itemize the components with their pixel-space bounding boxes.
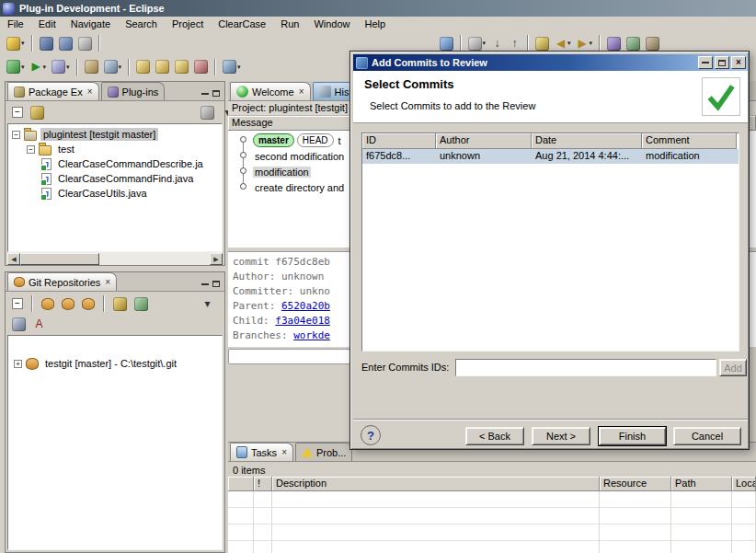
minimize-button[interactable] (698, 56, 713, 69)
maximize-view-icon[interactable] (212, 90, 220, 97)
finish-button[interactable]: Finish (599, 427, 666, 445)
minimize-view-icon[interactable] (201, 283, 209, 285)
collapse-expander-icon[interactable]: − (12, 131, 20, 139)
tasks-column-1[interactable]: ! (254, 477, 272, 491)
java-search-button[interactable]: ▾ (220, 57, 244, 77)
maximize-view-icon[interactable] (212, 281, 220, 287)
detail-link[interactable]: f3a04e018 (275, 315, 330, 327)
dialog-column-id[interactable]: ID (362, 133, 436, 149)
open-type-button[interactable]: ▾ (101, 57, 125, 77)
hierarchy-layout-button[interactable] (9, 314, 29, 334)
dialog-column-author[interactable]: Author (436, 133, 532, 149)
expand-expander-icon[interactable]: + (14, 360, 22, 368)
tree-item-folder[interactable]: − test (10, 142, 220, 156)
tasks-cell (732, 524, 756, 540)
tasks-column-0[interactable] (228, 477, 254, 491)
menu-search[interactable]: Search (118, 17, 165, 31)
tasks-column-2[interactable]: Description (272, 477, 600, 491)
dialog-commit-row[interactable]: f675dc8...unknownAug 21, 2014 4:44:...mo… (362, 149, 739, 164)
back-button[interactable]: < Back (465, 427, 524, 445)
print-button[interactable] (75, 33, 95, 53)
link-with-editor-button[interactable] (28, 102, 47, 122)
menu-run[interactable]: Run (273, 17, 306, 31)
tab-plugins[interactable]: Plug-ins (101, 82, 166, 100)
view-buttons (201, 281, 224, 291)
collapse-expander-icon[interactable]: − (27, 145, 35, 154)
tab-git-repositories[interactable]: Git Repositories × (7, 272, 117, 291)
new-java-project-button[interactable] (82, 57, 101, 77)
tab-problems[interactable]: Prob... (295, 443, 352, 461)
tree-item-project[interactable]: − plugintest [testgit master] (10, 127, 220, 142)
tab-welcome[interactable]: Welcome × (230, 82, 311, 100)
add-button[interactable]: Add (719, 359, 747, 376)
tasks-column-5[interactable]: Location (732, 477, 756, 491)
view-menu-button[interactable]: ▾ (199, 294, 216, 314)
clearcase-update-button[interactable] (172, 57, 191, 77)
clearcase-find-button[interactable] (191, 57, 211, 77)
scrollbar-thumb[interactable] (20, 253, 99, 265)
close-button[interactable]: × (731, 56, 746, 69)
commits-table[interactable]: IDAuthorDateComment f675dc8...unknownAug… (361, 132, 739, 351)
clearcase-checkout-icon (136, 60, 150, 74)
save-all-button[interactable] (56, 33, 75, 53)
filters-button[interactable] (198, 102, 217, 122)
minimized-section-strip[interactable] (228, 349, 350, 364)
tasks-column-3[interactable]: Resource (600, 477, 671, 491)
close-icon[interactable]: × (299, 87, 304, 97)
branch-sort-button[interactable]: A (30, 314, 48, 334)
add-repository-button[interactable] (39, 294, 57, 314)
collapse-all-button[interactable]: − (9, 294, 26, 314)
new-wizard-button[interactable]: ▾ (4, 33, 28, 53)
clearcase-checkin-button[interactable] (153, 57, 172, 77)
external-tools-button[interactable]: ▾ (49, 57, 73, 77)
menu-window[interactable]: Window (306, 17, 357, 31)
debug-button[interactable]: ▾ (4, 57, 28, 77)
tree-item-file[interactable]: JClearCaseCommandFind.java (10, 171, 220, 186)
detail-link[interactable]: 6520a20b (281, 300, 330, 312)
clearcase-checkout-button[interactable] (133, 57, 153, 77)
refresh-button[interactable] (132, 294, 151, 314)
menu-clearcase[interactable]: ClearCase (211, 17, 273, 31)
scroll-right-icon[interactable]: ▶ (210, 253, 223, 265)
help-button[interactable]: ? (361, 425, 381, 445)
create-repository-button[interactable] (79, 294, 97, 314)
menu-help[interactable]: Help (358, 17, 394, 31)
tree-item-repository[interactable]: + testgit [master] - C:\testgit\.git (10, 356, 220, 371)
next-button[interactable]: Next > (532, 427, 590, 445)
tasks-column-4[interactable]: Path (671, 477, 732, 491)
tree-item-file[interactable]: JClearCaseUtils.java (10, 186, 220, 201)
window-titlebar[interactable]: Plug-in Development - Eclipse (0, 0, 756, 17)
dialog-column-date[interactable]: Date (532, 133, 642, 149)
close-icon[interactable]: × (87, 87, 93, 97)
detail-text: Author: unknown (233, 271, 330, 282)
commit-ids-input[interactable] (455, 359, 716, 376)
close-icon[interactable]: × (281, 448, 287, 457)
dialog-titlebar[interactable]: Add Commits to Review × (353, 54, 748, 71)
save-button[interactable] (37, 33, 56, 53)
menu-edit[interactable]: Edit (31, 17, 63, 31)
git-repository-icon (14, 277, 25, 287)
close-icon[interactable]: × (105, 278, 110, 287)
tab-tasks[interactable]: Tasks × (230, 443, 293, 461)
clone-repository-button[interactable] (59, 294, 77, 314)
link-with-selection-button[interactable] (110, 294, 130, 314)
run-button[interactable]: ▶▾ (28, 57, 50, 77)
minimize-view-icon[interactable] (201, 93, 209, 95)
tasks-cell (671, 524, 732, 540)
detail-link[interactable]: workde (293, 329, 330, 341)
collapse-all-button[interactable]: − (9, 102, 26, 122)
tab-label: Package Ex (29, 86, 83, 98)
scroll-left-icon[interactable]: ◀ (7, 253, 20, 265)
dialog-column-comment[interactable]: Comment (642, 133, 737, 149)
tab-package-explorer[interactable]: Package Ex × (7, 82, 99, 100)
cancel-button[interactable]: Cancel (673, 427, 741, 445)
tasks-table-body[interactable] (228, 491, 756, 553)
menu-project[interactable]: Project (165, 17, 211, 31)
package-explorer-tree[interactable]: − plugintest [testgit master] − test JCl… (7, 123, 223, 252)
tree-item-file[interactable]: JClearCaseCommandDescribe.ja (10, 156, 220, 171)
menu-file[interactable]: File (0, 17, 31, 31)
git-repositories-tree[interactable]: + testgit [master] - C:\testgit\.git (7, 335, 223, 550)
horizontal-scrollbar[interactable]: ◀ ▶ (7, 252, 223, 265)
menu-navigate[interactable]: Navigate (63, 17, 118, 31)
maximize-button[interactable] (715, 56, 729, 69)
